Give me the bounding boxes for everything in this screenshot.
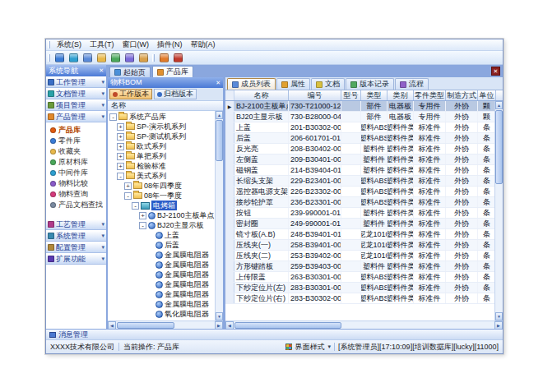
close-tab-button[interactable]: ✕	[491, 67, 500, 76]
tree-node[interactable]: 金属膜电阻器	[108, 289, 215, 299]
grid-horizontal-scrollbar[interactable]: ◀ ▶	[225, 321, 503, 329]
expand-icon[interactable]: +	[117, 143, 124, 150]
collapse-icon[interactable]: -	[139, 222, 146, 229]
system-button[interactable]	[53, 52, 66, 63]
column-header-2[interactable]: 型号	[341, 90, 361, 100]
sidebar-group-extended-functions[interactable]: 扩展功能▾	[46, 253, 106, 265]
tree-node[interactable]: +单把系列	[108, 151, 215, 161]
menu-item[interactable]: 系统(S)	[53, 39, 86, 50]
tree-node[interactable]: -BJ20主显示板	[108, 220, 215, 230]
tree-node[interactable]: 氧化膜电阻器	[108, 309, 215, 319]
tree-node[interactable]: +SP-演示机系列	[108, 122, 215, 131]
table-row[interactable]: ▶BJ-2100主板单点730-T21000-12E部件电器板专用件外协颗	[225, 101, 494, 112]
column-header-3[interactable]: 类型	[361, 90, 388, 100]
search-button[interactable]	[123, 52, 136, 63]
column-header-5[interactable]: 零件类型	[414, 90, 446, 100]
tab-version-history[interactable]: 版本记录	[346, 78, 394, 90]
collapse-icon[interactable]: -	[109, 113, 117, 121]
exit-button[interactable]	[172, 52, 184, 63]
expand-icon[interactable]: +	[117, 133, 124, 141]
table-row[interactable]: 左侧盖209-B30401-00E塑料件塑料件类标准件外协条	[225, 154, 494, 165]
sidebar-group-process-management[interactable]: 工艺管理▾	[46, 219, 106, 230]
sidebar-item-raw-materials-library[interactable]: 原材料库	[46, 157, 106, 168]
sidebar-item-middleware-library[interactable]: 中间件库	[46, 168, 106, 178]
table-row[interactable]: 压线夹(二)253-B39402-00E尼龙1010塑料件类标准件外协条	[225, 251, 494, 261]
collapse-icon[interactable]: -	[117, 173, 124, 180]
menu-item[interactable]: 工具(T)	[86, 39, 118, 50]
tree-node[interactable]: 上盖	[108, 230, 215, 240]
scrollbar-thumb[interactable]	[495, 110, 503, 184]
tab-start-page[interactable]: 起始页	[109, 67, 151, 77]
scrollbar-thumb[interactable]	[117, 322, 174, 329]
tree-node[interactable]: -系统产品库	[108, 112, 215, 122]
table-row[interactable]: 按钮239-990001-01E塑料件塑料件类标准件外协条	[225, 208, 494, 219]
tree-node[interactable]: +08年四季度	[108, 181, 215, 191]
tree-node[interactable]: +检验标准	[108, 161, 215, 171]
tab-properties[interactable]: 属性	[276, 78, 310, 90]
tree-node[interactable]: 金属膜电阻器	[108, 299, 215, 309]
close-icon[interactable]: ✕	[99, 67, 104, 74]
table-row[interactable]: 上传限盖263-B30301-00E塑料ABS塑料件类标准件外协条	[225, 272, 494, 283]
sidebar-item-product-document-search[interactable]: 产品文档查找	[46, 200, 106, 210]
tree-node[interactable]: 金属膜电阻器	[108, 260, 215, 270]
expand-icon[interactable]: +	[124, 182, 132, 190]
table-row[interactable]: 压线夹(一)258-B39401-00E尼龙1010塑料件类标准件外协条	[225, 240, 494, 251]
tab-member-list[interactable]: 成员列表	[227, 78, 276, 90]
close-icon[interactable]: ✕	[216, 80, 220, 86]
column-header-6[interactable]: 制造方式	[446, 90, 478, 100]
chevron-down-icon[interactable]: ▾	[328, 344, 332, 350]
sidebar-group-work-management[interactable]: 工作管理▾	[46, 76, 106, 88]
navigate-button[interactable]	[67, 52, 80, 63]
table-row[interactable]: 密封圈249-990001-01E塑料件塑料件类标准件外协条	[225, 219, 494, 229]
settings-button[interactable]	[158, 52, 170, 63]
message-bar[interactable]: 消息管理	[46, 329, 503, 339]
tree-node[interactable]: 金属膜电阻器	[108, 270, 215, 279]
tree-node[interactable]: 金属膜电阻器	[108, 279, 215, 289]
expand-icon[interactable]: +	[117, 163, 124, 170]
table-row[interactable]: BJ20主显示板730-B28000-04E部件电器板专用件外协颗	[225, 112, 494, 122]
table-row[interactable]: 长缩头支架229-B23401-00E塑料ABS塑料件类标准件外协条	[225, 176, 494, 187]
tab-documents[interactable]: 文档	[311, 78, 345, 90]
table-row[interactable]: 上盖201-B30302-00E塑料ABS塑料件类标准件外协条	[225, 122, 494, 133]
menu-item[interactable]: 窗口(W)	[118, 39, 154, 50]
sidebar-group-document-management[interactable]: 文档管理▾	[46, 88, 106, 99]
tree-node[interactable]: +SP-测试机系列	[108, 131, 215, 141]
scroll-right-icon[interactable]: ▶	[215, 321, 223, 330]
sidebar-item-product-library[interactable]: 产品库	[46, 125, 106, 136]
table-row[interactable]: 后盖206-601701-01E塑料ABS塑料件类标准件外协条	[225, 133, 494, 144]
tree-vertical-scrollbar[interactable]: ▲ ▼	[215, 111, 223, 321]
folder-button[interactable]	[95, 52, 108, 63]
sidebar-item-favorites[interactable]: 收藏夹	[46, 146, 106, 157]
tree-column-header[interactable]: 名称	[108, 101, 223, 111]
tree-node[interactable]: +欧式系列	[108, 141, 215, 151]
scroll-down-icon[interactable]: ▼	[216, 312, 223, 321]
scrollbar-thumb[interactable]	[216, 120, 223, 161]
menu-item[interactable]: 帮助(A)	[187, 39, 220, 50]
table-row[interactable]: 接纱轮护罩236-B23301-00E塑料ABS塑料件类标准件外协条	[225, 197, 494, 208]
table-row[interactable]: 磁钢盖214-B39404-01E塑料件塑料件类标准件外协条	[225, 165, 494, 176]
table-row[interactable]: 遥控器电源支架226-B23302-00E塑料ABS塑料件类标准件外协条	[225, 187, 494, 197]
column-header-1[interactable]: 编号	[289, 90, 341, 100]
column-header-4[interactable]: 类别	[388, 90, 414, 100]
sidebar-group-configuration-management[interactable]: 配置管理▾	[46, 242, 106, 253]
tab-product-library[interactable]: 产品库	[152, 66, 193, 77]
table-row[interactable]: 镜寸板(A.B)248-B39401-01E尼龙1010塑料件类标准件外协条	[225, 229, 494, 240]
sidebar-item-material-compare[interactable]: 物料比较	[46, 178, 106, 189]
column-header-7[interactable]: 单位	[478, 90, 496, 100]
tree-node[interactable]: 金属膜电阻器	[108, 250, 215, 260]
interface-style-label[interactable]: 界面样式	[295, 342, 325, 353]
expand-icon[interactable]: +	[117, 123, 124, 131]
scroll-right-icon[interactable]: ▶	[494, 321, 503, 330]
scrollbar-thumb[interactable]	[234, 322, 341, 329]
table-row[interactable]: 方形键踏板259-B39403-00E塑料件塑料件类标准件外协条	[225, 261, 494, 272]
tree-horizontal-scrollbar[interactable]: ◀ ▶	[108, 321, 223, 329]
home-button[interactable]	[81, 52, 94, 63]
tab-archived-version[interactable]: 归档版本	[154, 89, 197, 99]
collapse-icon[interactable]: -	[132, 202, 139, 210]
tree-node[interactable]: -电烤箱	[108, 201, 215, 210]
refresh-button[interactable]	[109, 52, 122, 63]
scroll-left-icon[interactable]: ◀	[225, 321, 234, 330]
tree-node[interactable]: -08年一季度	[108, 191, 215, 201]
expand-icon[interactable]: +	[139, 212, 146, 219]
sidebar-item-material-query[interactable]: 物料查询	[46, 189, 106, 200]
